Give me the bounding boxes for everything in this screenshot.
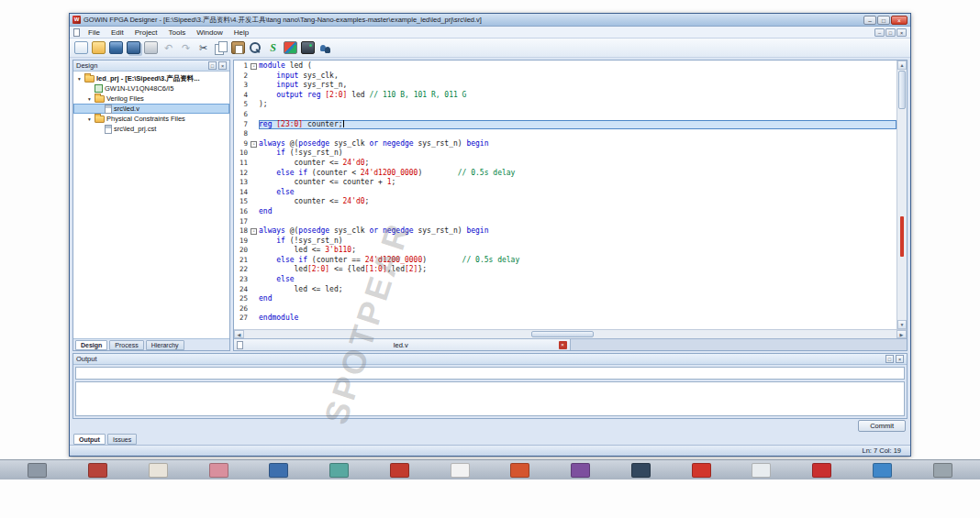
code-line-5[interactable]: 5); <box>234 100 896 110</box>
new-file-icon[interactable] <box>74 41 88 54</box>
save-icon[interactable] <box>109 41 123 54</box>
taskbar-item-3[interactable] <box>149 463 168 478</box>
horizontal-scroll-track[interactable] <box>244 330 896 338</box>
mdi-restore-button[interactable]: □ <box>885 28 896 37</box>
panel-tab-process[interactable]: Process <box>109 340 143 350</box>
scroll-right-icon[interactable]: ▶ <box>896 330 907 338</box>
programmer-icon[interactable] <box>301 41 315 54</box>
code-line-2[interactable]: 2 input sys_clk, <box>234 72 896 82</box>
taskbar-item-8[interactable] <box>451 463 470 478</box>
close-tab-icon[interactable]: × <box>559 341 567 349</box>
code-editor[interactable]: 1-module led (2 input sys_clk,3 input sy… <box>234 61 907 329</box>
code-line-8[interactable]: 8 <box>234 129 896 139</box>
code-line-12[interactable]: 12 else if (counter < 24'd1200_0000) // … <box>234 169 896 179</box>
taskbar-item-9[interactable] <box>510 463 529 478</box>
redo-icon[interactable] <box>179 41 193 54</box>
horizontal-scrollbar[interactable]: ◀ ▶ <box>234 329 907 338</box>
horizontal-scroll-thumb[interactable] <box>531 331 594 337</box>
taskbar-item-14[interactable] <box>812 463 831 478</box>
expander-icon[interactable]: ▾ <box>76 76 83 82</box>
undo-icon[interactable] <box>161 41 175 54</box>
expander-icon[interactable]: ▾ <box>86 96 93 102</box>
code-line-7[interactable]: 7reg [23:0] counter; <box>234 120 896 130</box>
code-line-16[interactable]: 16end <box>234 207 896 217</box>
code-line-6[interactable]: 6 <box>234 110 896 120</box>
fold-marker-icon[interactable]: - <box>249 63 259 70</box>
vertical-scroll-thumb[interactable] <box>898 71 906 109</box>
mdi-close-button[interactable]: × <box>896 28 907 37</box>
copy-icon[interactable] <box>214 41 228 54</box>
fold-marker-icon[interactable]: - <box>249 228 259 235</box>
taskbar-item-5[interactable] <box>269 463 288 478</box>
panel-tab-design[interactable]: Design <box>75 340 107 350</box>
close-panel-icon[interactable]: × <box>218 61 227 70</box>
find-icon[interactable] <box>249 41 262 54</box>
code-line-21[interactable]: 21 else if (counter == 24'd1200_0000) //… <box>234 256 896 266</box>
code-line-4[interactable]: 4 output reg [2:0] led // 110 B, 101 R, … <box>234 91 896 101</box>
code-line-14[interactable]: 14 else <box>234 188 896 198</box>
ip-core-icon[interactable] <box>318 41 332 54</box>
minimize-button[interactable]: – <box>863 16 876 25</box>
synthesize-icon[interactable] <box>266 41 280 54</box>
close-output-icon[interactable]: × <box>896 355 904 363</box>
tree-item-led-prj-e-sipeed-3-[interactable]: ▾led_prj - [E:\Sipeed\3.产品资料... <box>73 73 229 83</box>
code-line-20[interactable]: 20 led <= 3'b110; <box>234 246 896 256</box>
taskbar-item-11[interactable] <box>631 463 651 478</box>
fold-marker-icon[interactable]: - <box>249 141 259 148</box>
menu-project[interactable]: Project <box>130 28 162 37</box>
code-line-3[interactable]: 3 input sys_rst_n, <box>234 81 896 91</box>
code-line-11[interactable]: 11 counter <= 24'd0; <box>234 159 896 169</box>
code-line-13[interactable]: 13 counter <= counter + 1; <box>234 178 896 188</box>
tree-item-physical-constraints-files[interactable]: ▾Physical Constraints Files <box>73 114 229 124</box>
code-line-19[interactable]: 19 if (!sys_rst_n) <box>234 237 896 247</box>
code-line-17[interactable]: 17 <box>234 217 896 227</box>
float-output-icon[interactable]: □ <box>885 355 894 363</box>
code-line-25[interactable]: 25end <box>234 294 896 304</box>
panel-tab-hierarchy[interactable]: Hierarchy <box>146 340 184 350</box>
code-line-24[interactable]: 24 led <= led; <box>234 285 896 295</box>
taskbar-item-6[interactable] <box>329 463 349 478</box>
taskbar-item-16[interactable] <box>933 463 952 478</box>
code-line-1[interactable]: 1-module led ( <box>234 61 896 72</box>
menu-help[interactable]: Help <box>229 28 253 37</box>
save-all-icon[interactable] <box>127 41 140 54</box>
code-line-15[interactable]: 15 counter <= 24'd0; <box>234 197 896 207</box>
tree-item-gw1n-lv1qn48c6-i5[interactable]: GW1N-LV1QN48C6/I5 <box>73 83 229 94</box>
scroll-down-icon[interactable]: ▼ <box>897 320 907 329</box>
tree-item-src-led-prj-cst[interactable]: src\led_prj.cst <box>73 124 229 134</box>
title-bar[interactable]: W GOWIN FPGA Designer - [E:\Sipeed\3.产品资… <box>70 14 910 27</box>
taskbar-item-12[interactable] <box>692 463 711 478</box>
tree-item-src-led-v[interactable]: src\led.v <box>73 104 229 114</box>
menu-edit[interactable]: Edit <box>106 28 128 37</box>
document-tab[interactable]: led.v × <box>234 339 571 350</box>
scroll-up-icon[interactable]: ▲ <box>897 61 907 70</box>
taskbar-item-7[interactable] <box>390 463 409 478</box>
scroll-left-icon[interactable]: ◀ <box>234 330 244 338</box>
code-line-10[interactable]: 10 if (!sys_rst_n) <box>234 149 896 159</box>
menu-window[interactable]: Window <box>192 28 227 37</box>
code-area[interactable]: 1-module led (2 input sys_clk,3 input sy… <box>234 61 896 329</box>
expander-icon[interactable]: ▾ <box>86 116 93 122</box>
mdi-minimize-button[interactable]: – <box>874 28 885 37</box>
place-route-icon[interactable] <box>284 41 297 54</box>
paste-icon[interactable] <box>231 41 245 54</box>
maximize-button[interactable]: □ <box>877 16 890 25</box>
taskbar-item-10[interactable] <box>571 463 590 478</box>
taskbar-item-4[interactable] <box>209 463 228 478</box>
code-line-9[interactable]: 9-always @(posedge sys_clk or negedge sy… <box>234 139 896 149</box>
code-line-18[interactable]: 18-always @(posedge sys_clk or negedge s… <box>234 226 896 237</box>
open-icon[interactable] <box>92 41 106 54</box>
output-tab-issues[interactable]: Issues <box>107 434 137 445</box>
commit-button[interactable]: Commit <box>858 420 906 432</box>
taskbar-item-2[interactable] <box>88 463 107 478</box>
print-icon[interactable] <box>144 41 158 54</box>
close-button[interactable]: × <box>891 16 908 25</box>
taskbar-item-13[interactable] <box>752 463 771 478</box>
code-line-22[interactable]: 22 led[2:0] <= {led[1:0],led[2]}; <box>234 265 896 275</box>
code-line-26[interactable]: 26 <box>234 304 896 314</box>
vertical-scrollbar[interactable]: ▲ ▼ <box>896 61 907 329</box>
tree-item-verilog-files[interactable]: ▾Verilog Files <box>73 94 229 104</box>
cut-icon[interactable] <box>196 41 210 54</box>
taskbar-item-15[interactable] <box>873 463 892 478</box>
float-panel-icon[interactable]: □ <box>208 61 217 70</box>
